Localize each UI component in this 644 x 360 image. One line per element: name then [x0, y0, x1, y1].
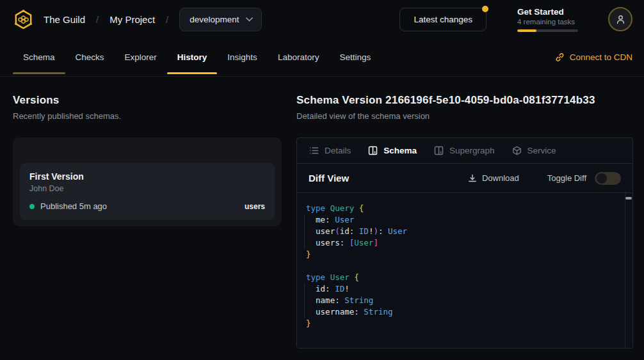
tab-schema[interactable]: Schema: [13, 38, 65, 76]
code-token: :: [354, 307, 364, 317]
detail-tab-service[interactable]: Service: [512, 146, 556, 155]
tab-checks[interactable]: Checks: [65, 38, 115, 76]
tab-laboratory[interactable]: Laboratory: [268, 38, 330, 76]
code-token: type: [306, 203, 330, 213]
versions-panel: Versions Recently published schemas. Fir…: [13, 77, 282, 348]
code-line: me: User: [306, 214, 617, 226]
hive-logo-icon[interactable]: [13, 9, 34, 30]
code-token: :: [325, 284, 335, 293]
version-status-row: Published 5m ago users: [29, 201, 265, 211]
indent-guide: [304, 214, 305, 249]
scrollbar-thumb[interactable]: [625, 197, 632, 200]
code-token: :: [340, 238, 350, 247]
connect-to-cdn-label: Connect to CDN: [570, 52, 632, 62]
code-line: }: [306, 318, 617, 329]
code-token: name: [306, 295, 335, 305]
versions-subtitle: Recently published schemas.: [13, 111, 282, 121]
tab-insights[interactable]: Insights: [217, 38, 268, 76]
breadcrumb-project[interactable]: My Project: [109, 14, 155, 25]
tab-explorer[interactable]: Explorer: [115, 38, 167, 76]
get-started-subtitle: 4 remaining tasks: [517, 18, 578, 26]
tab-label: History: [177, 52, 207, 62]
version-detail-title: Schema Version 2166196f-5e10-4059-bd0a-0…: [296, 94, 633, 107]
nav-tabs: Schema Checks Explorer History Insights …: [13, 38, 381, 76]
diff-view-title: Diff View: [309, 173, 349, 184]
code-token: ): [373, 226, 378, 236]
columns-icon: [434, 146, 444, 155]
code-token: User: [354, 238, 373, 247]
tab-label: Settings: [339, 52, 371, 62]
download-button[interactable]: Download: [468, 173, 519, 183]
environment-selector[interactable]: development: [179, 8, 261, 31]
user-icon: [615, 14, 626, 25]
get-started-widget[interactable]: Get Started 4 remaining tasks: [517, 7, 578, 32]
versions-list: First Version John Doe Published 5m ago …: [13, 137, 282, 226]
code-token: :: [378, 226, 388, 236]
indent-guide: [304, 283, 305, 318]
tab-settings[interactable]: Settings: [329, 38, 381, 76]
code-token: {: [359, 203, 364, 213]
code-token: id: [306, 284, 325, 293]
code-line: type Query {: [306, 203, 617, 214]
version-list-item[interactable]: First Version John Doe Published 5m ago …: [20, 163, 275, 220]
code-token: {: [354, 272, 359, 282]
environment-selector-value: development: [189, 15, 239, 24]
code-token: String: [344, 295, 373, 305]
code-line: type User {: [306, 272, 617, 283]
published-dot-icon: [29, 204, 35, 209]
code-token: :: [325, 215, 335, 224]
code-line: user(id: ID!): User: [306, 226, 617, 237]
detail-tab-details[interactable]: Details: [309, 146, 351, 155]
scrollbar-track: [625, 193, 625, 348]
code-line: users: [User]: [306, 237, 617, 249]
app-header: The Guild / My Project / development Lat…: [0, 0, 644, 38]
detail-tabs: Details Schema: [297, 138, 632, 164]
latest-changes-button[interactable]: Latest changes: [399, 8, 487, 31]
version-author: John Doe: [29, 184, 265, 193]
code-token: :: [335, 295, 344, 305]
code-token: username: [306, 307, 354, 317]
code-token: String: [364, 307, 392, 317]
user-avatar[interactable]: [608, 7, 632, 31]
columns-icon: [368, 146, 378, 155]
header-right-cluster: Latest changes Get Started 4 remaining t…: [399, 7, 632, 32]
latest-changes-label: Latest changes: [414, 15, 472, 24]
code-line: name: String: [306, 295, 617, 306]
code-token: users: [306, 238, 340, 247]
connect-to-cdn-button[interactable]: Connect to CDN: [555, 38, 632, 76]
switch-knob: [597, 173, 607, 184]
code-line: }: [306, 249, 617, 260]
tab-history[interactable]: History: [167, 38, 218, 76]
download-label: Download: [482, 173, 519, 183]
code-token: (: [335, 226, 340, 236]
project-nav: Schema Checks Explorer History Insights …: [0, 38, 644, 77]
link-icon: [555, 52, 565, 62]
tab-label: Insights: [227, 52, 257, 62]
code-block[interactable]: type Query { me: User user(id: ID!): Use…: [297, 193, 632, 338]
notification-dot: [482, 6, 488, 12]
chevron-down-icon: [246, 17, 253, 22]
version-detail-subtitle: Detailed view of the schema version: [296, 111, 633, 121]
detail-tab-schema[interactable]: Schema: [368, 146, 417, 155]
breadcrumb-org[interactable]: The Guild: [44, 14, 85, 25]
code-line: username: String: [306, 306, 617, 318]
code-token: Query: [330, 203, 359, 213]
version-name: First Version: [29, 171, 265, 182]
code-line: [306, 260, 617, 272]
versions-title: Versions: [13, 94, 282, 107]
breadcrumb-separator: /: [166, 14, 168, 25]
code-token: id: [340, 226, 350, 236]
download-icon: [468, 174, 477, 183]
detail-tab-label: Service: [527, 146, 556, 155]
toggle-diff-switch[interactable]: [595, 172, 621, 185]
get-started-title: Get Started: [517, 7, 578, 17]
detail-tab-label: Details: [325, 146, 351, 155]
version-detail-box: Details Schema: [296, 137, 633, 348]
progress-fill: [517, 29, 536, 32]
cube-icon: [512, 146, 522, 155]
code-token: ID: [335, 284, 344, 293]
detail-tab-supergraph[interactable]: Supergraph: [434, 146, 495, 155]
code-token: }: [306, 318, 311, 328]
code-token: !: [344, 284, 350, 293]
code-line: id: ID!: [306, 283, 617, 295]
